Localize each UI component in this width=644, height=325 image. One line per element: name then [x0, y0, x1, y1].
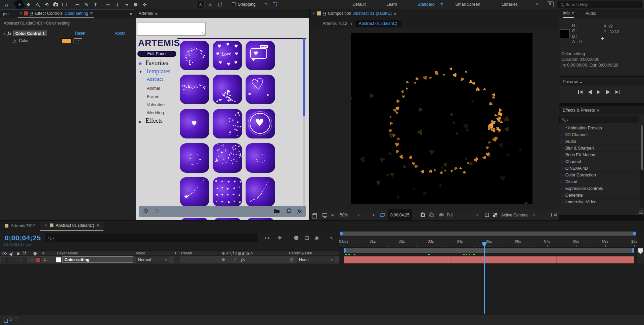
trkmat-column[interactable]: TrkMat [180, 251, 192, 255]
layer-name-column[interactable]: Layer Name [57, 251, 78, 255]
effects-category-item[interactable]: ›CINEMA 4D [559, 165, 639, 172]
effect-controls-tab[interactable]: × Effect Controls Color setting ≡ [18, 9, 94, 18]
workspace-libraries[interactable]: Libraries [502, 2, 518, 7]
template-thumbnail-heart-grid[interactable]: ♥♥♥♥♥♥♥♥♥♥♥♥♥♥♥♥♥♥♥♥ [213, 177, 242, 207]
zoom-tool-icon[interactable] [33, 0, 42, 9]
magnification-dropdown[interactable]: 50%∨ [340, 209, 360, 220]
panel-menu-icon[interactable]: ≡ [597, 108, 599, 113]
layer-solid-swatch[interactable] [56, 257, 61, 262]
breadcrumb-prev[interactable]: Artemis 7512 [323, 21, 347, 26]
roto-brush-tool-icon[interactable]: ❋ [131, 0, 140, 9]
snapping-checkbox[interactable] [232, 2, 235, 7]
mode-column[interactable]: Mode [136, 251, 145, 255]
parent-link-column[interactable]: Parent & Link [289, 251, 312, 255]
close-tab-icon[interactable]: × [19, 11, 22, 16]
preview-tab[interactable]: Preview [563, 79, 577, 84]
layer-name[interactable]: Color setting [62, 256, 133, 263]
timeline-horizontal-scrollbar[interactable] [340, 231, 636, 236]
favorites-section[interactable]: Favorites [145, 59, 168, 67]
playhead-line[interactable] [484, 242, 485, 314]
puppet-pin-tool-icon[interactable]: ✜ [140, 0, 149, 9]
template-thumbnail-heart-badge[interactable]: ♥ [246, 109, 275, 138]
template-thumbnail-partial[interactable] [180, 218, 209, 220]
hand-tool-icon[interactable]: ✥ [24, 0, 33, 9]
effects-category-item[interactable]: ›Color Correction [559, 172, 639, 178]
template-thumbnail-partial[interactable] [246, 218, 275, 220]
template-thumbnail-love-hearts[interactable]: ♥♥♥♥♥♥♥♥Love [213, 41, 242, 70]
effect-row[interactable]: ∨ fx Color Control 1 Reset About [0, 30, 135, 37]
template-thumbnail-heart-doodle[interactable]: ♡♥♥ [246, 75, 275, 104]
time-ruler[interactable]: 0;00s01s02s03s04s05s06s07s08s09s10s [339, 237, 637, 248]
templates-section[interactable]: Templates [145, 68, 170, 75]
template-thumbnail-particle-ring[interactable] [180, 41, 209, 70]
clone-stamp-tool-icon[interactable]: ⊥ [113, 0, 122, 9]
effect-name[interactable]: Color Control 1 [13, 31, 47, 36]
current-timecode[interactable]: 0;00;04;25 [5, 234, 41, 242]
search-icon[interactable] [155, 209, 159, 213]
about-link[interactable]: About [115, 31, 125, 36]
template-thumbnail-partial[interactable] [213, 218, 242, 220]
parent-pickwhip-icon[interactable]: @ [290, 257, 294, 262]
effects-category-item[interactable]: ›Immersive Video [559, 199, 639, 205]
template-thumbnail-dot-ring[interactable] [180, 143, 209, 173]
stopwatch-icon[interactable]: ◷ [12, 38, 16, 43]
shy-switch[interactable]: ⊕ [222, 257, 225, 262]
effects-twirl-icon[interactable]: ▶ [139, 120, 141, 124]
work-area-end-handle[interactable] [632, 248, 634, 253]
transparency-grid-icon[interactable] [493, 209, 497, 220]
search-help-input[interactable] [565, 2, 629, 7]
home-tool-icon[interactable]: ⌂ [2, 0, 11, 9]
workspace-standard[interactable]: Standard [418, 2, 435, 7]
effects-category-item[interactable]: ›Expression Controls [559, 185, 639, 192]
snap-bounds-icon[interactable] [273, 2, 277, 6]
orbit-tool-icon[interactable]: ⟲ [42, 0, 51, 9]
panel-overflow-chevron[interactable]: » [130, 11, 132, 16]
view-axis-mode-icon[interactable] [216, 1, 224, 8]
effects-section[interactable]: Effects [145, 117, 163, 124]
category-animal[interactable]: Animal [147, 86, 160, 91]
layer-duration-bar[interactable] [344, 256, 634, 263]
reset-link[interactable]: Reset [75, 31, 85, 36]
template-thumbnail-particle-band[interactable] [180, 75, 209, 104]
lock-icon[interactable] [323, 13, 326, 15]
composition-canvas[interactable]: ♥♥♥♥♥♥♥♥♥♥♥♥♥♥♥♥♥♥♥♥♥♥♥♥♥♥♥♥♥♥♥♥♥♥♥♥♥♥♥♥… [351, 33, 532, 204]
snapshot-icon[interactable] [421, 209, 425, 220]
effects-search-box[interactable]: ∨ [559, 116, 639, 123]
expand-arrow-icon[interactable]: › [31, 257, 33, 262]
fx-icon[interactable]: fx [298, 208, 302, 214]
draft-3d-icon[interactable]: ❖ [277, 235, 282, 241]
template-thumbnail-heart-flutter[interactable]: ♥♥♥♥♥♥♥♥♥♥♥♥♥♥♥♥ [213, 109, 242, 138]
local-axis-mode-icon[interactable] [197, 1, 205, 8]
edit-panel-button[interactable]: Edit Panel [137, 51, 176, 57]
parent-dropdown[interactable]: None∨ [297, 256, 335, 263]
next-frame-button[interactable] [606, 90, 610, 94]
template-thumbnail-dot-circle[interactable] [246, 143, 275, 173]
effects-category-item[interactable]: ›Blur & Sharpen [559, 145, 639, 152]
previous-frame-button[interactable] [588, 90, 592, 94]
category-abstract[interactable]: Abstract [147, 77, 163, 82]
work-area-start-handle[interactable] [344, 248, 346, 253]
search-options-chevron[interactable]: ∨ [52, 236, 55, 240]
template-thumbnail-sparkle-trail[interactable]: ✦✦ [180, 177, 209, 207]
camera-tool-icon[interactable] [51, 0, 60, 9]
region-of-interest-icon[interactable] [380, 209, 385, 220]
layer-label-color[interactable] [36, 257, 41, 262]
viewer-timecode[interactable]: 0;00;04;25 [388, 209, 412, 220]
workspace-small-screen[interactable]: Small Screen [455, 2, 480, 7]
refresh-icon[interactable] [286, 208, 292, 214]
artemis-text-input[interactable] [137, 22, 206, 36]
eraser-tool-icon[interactable]: ▱ [122, 0, 131, 9]
expand-layer-switches-icon[interactable] [9, 318, 12, 321]
type-tool-icon[interactable]: T [91, 0, 100, 9]
template-thumbnail-single-heart[interactable]: ♥ [180, 109, 209, 138]
template-thumbnail-heart-pile[interactable]: ♥♥♥♥♥♥♥♥♥♥♥♥♥♥♥♥♥♥♥♥♥♥♥♥♥♥♥♥♥♥ [213, 75, 242, 104]
go-to-start-button[interactable] [578, 90, 583, 94]
category-valentine[interactable]: Valentine [147, 102, 165, 107]
work-area-bar[interactable] [344, 248, 634, 253]
artemis-tab-title[interactable]: Artemis [139, 11, 153, 16]
sync-settings-icon[interactable]: ⚙ [547, 1, 554, 7]
panel-menu-icon[interactable]: ≡ [394, 11, 396, 16]
view-layout-dropdown[interactable]: 1 Vi [550, 209, 557, 220]
effects-switch[interactable]: fx [241, 257, 245, 262]
hide-shy-layers-icon[interactable]: ☻ [294, 235, 299, 241]
